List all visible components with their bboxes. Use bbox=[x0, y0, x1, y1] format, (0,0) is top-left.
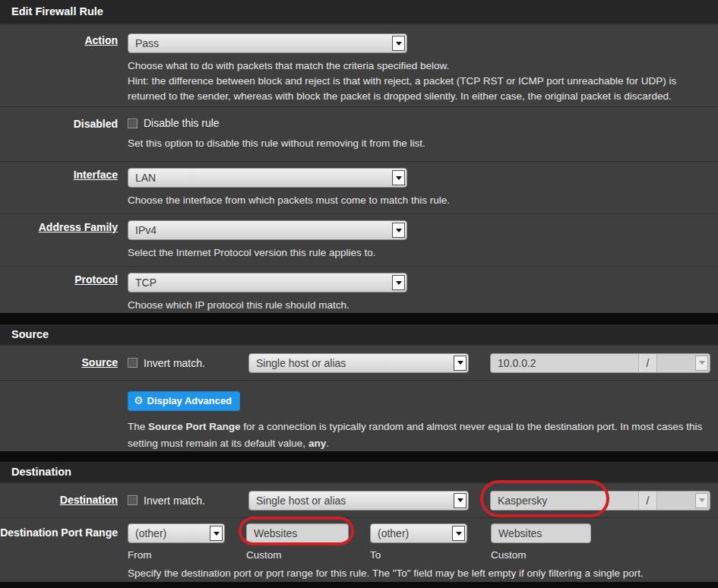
port-to-custom-input[interactable] bbox=[491, 523, 591, 543]
edit-firewall-rule-page: Edit Firewall Rule Action Pass Choose wh… bbox=[0, 0, 718, 588]
dropdown-arrow-icon[interactable] bbox=[392, 223, 405, 238]
source-label[interactable]: Source bbox=[82, 356, 118, 368]
dropdown-arrow-icon[interactable] bbox=[452, 526, 465, 541]
port-to-select[interactable]: (other) bbox=[370, 523, 467, 543]
disable-rule-checkbox[interactable] bbox=[128, 119, 138, 128]
destination-address-input[interactable] bbox=[491, 492, 638, 510]
destination-port-range-row: Destination Port Range (other) From Cust… bbox=[0, 517, 718, 582]
disabled-row: Disabled Disable this rule Set this opti… bbox=[0, 106, 718, 161]
destination-label[interactable]: Destination bbox=[60, 494, 118, 506]
destination-invert-checkbox[interactable] bbox=[128, 495, 138, 505]
source-row: Source Invert match. Single host or alia… bbox=[0, 345, 718, 380]
dropdown-arrow-icon[interactable] bbox=[454, 356, 467, 371]
dropdown-arrow-icon[interactable] bbox=[454, 493, 467, 508]
port-from-sublabel: From bbox=[128, 549, 225, 561]
address-family-label[interactable]: Address Family bbox=[39, 221, 118, 233]
destination-port-range-label: Destination Port Range bbox=[0, 526, 118, 539]
protocol-select[interactable]: TCP bbox=[128, 273, 407, 292]
source-type-select[interactable]: Single host or alias bbox=[248, 353, 469, 373]
port-from-custom-input[interactable] bbox=[246, 523, 349, 543]
source-advanced-row: ⚙ Display Advanced The Source Port Range… bbox=[0, 380, 718, 451]
destination-type-select[interactable]: Single host or alias bbox=[248, 491, 469, 511]
port-to-custom-sublabel: Custom bbox=[491, 549, 591, 561]
source-invert-checkbox[interactable] bbox=[128, 358, 138, 368]
dropdown-arrow-icon[interactable] bbox=[392, 36, 405, 51]
dropdown-arrow-icon[interactable] bbox=[392, 275, 405, 290]
destination-address-group: / bbox=[490, 491, 710, 511]
destination-port-help: Specify the destination port or port ran… bbox=[128, 567, 710, 579]
disable-rule-checkbox-label[interactable]: Disable this rule bbox=[144, 117, 220, 129]
mask-separator: / bbox=[638, 354, 657, 372]
dropdown-arrow-icon[interactable] bbox=[210, 526, 223, 541]
source-panel-title: Source bbox=[0, 324, 718, 345]
display-advanced-button[interactable]: ⚙ Display Advanced bbox=[128, 391, 240, 411]
destination-panel-title: Destination bbox=[0, 462, 718, 482]
action-help-line2: Hint: the difference between block and r… bbox=[128, 74, 710, 104]
source-address-group: / bbox=[490, 353, 710, 373]
action-help-line1: Choose what to do with packets that matc… bbox=[128, 58, 710, 74]
address-family-row: Address Family IPv4 Select the Internet … bbox=[0, 213, 718, 266]
interface-label[interactable]: Interface bbox=[74, 169, 118, 181]
source-mask-select[interactable] bbox=[657, 354, 710, 372]
mask-separator: / bbox=[638, 492, 657, 510]
destination-invert-label[interactable]: Invert match. bbox=[144, 495, 205, 507]
port-to-sublabel: To bbox=[370, 549, 467, 561]
source-port-range-help: The Source Port Range for a connection i… bbox=[128, 419, 710, 452]
dropdown-arrow-icon bbox=[695, 493, 708, 508]
action-row: Action Pass Choose what to do with packe… bbox=[0, 24, 718, 106]
interface-select[interactable]: LAN bbox=[128, 168, 407, 188]
port-from-select[interactable]: (other) bbox=[128, 523, 225, 543]
protocol-help: Choose which IP protocol this rule shoul… bbox=[128, 298, 710, 313]
address-family-help: Select the Internet Protocol version thi… bbox=[128, 245, 710, 261]
action-select[interactable]: Pass bbox=[128, 33, 407, 53]
source-panel: Source Source Invert match. Single host … bbox=[0, 324, 718, 451]
gear-icon: ⚙ bbox=[134, 396, 144, 406]
dropdown-arrow-icon bbox=[695, 356, 708, 371]
disabled-help: Set this option to disable this rule wit… bbox=[128, 136, 710, 151]
source-invert-label[interactable]: Invert match. bbox=[144, 357, 205, 369]
destination-row: Destination Invert match. Single host or… bbox=[0, 482, 718, 517]
port-from-custom-sublabel: Custom bbox=[246, 549, 349, 561]
address-family-select[interactable]: IPv4 bbox=[128, 220, 407, 240]
panel-title: Edit Firewall Rule bbox=[0, 0, 718, 24]
edit-firewall-rule-panel: Edit Firewall Rule Action Pass Choose wh… bbox=[0, 0, 718, 313]
destination-mask-select[interactable] bbox=[657, 492, 710, 510]
destination-panel: Destination Destination Invert match. Si… bbox=[0, 462, 718, 582]
interface-help: Choose the interface from which packets … bbox=[128, 193, 710, 208]
disabled-label: Disabled bbox=[74, 118, 118, 130]
dropdown-arrow-icon[interactable] bbox=[392, 170, 405, 185]
interface-row: Interface LAN Choose the interface from … bbox=[0, 161, 718, 213]
protocol-label[interactable]: Protocol bbox=[74, 273, 118, 286]
source-address-input[interactable] bbox=[491, 354, 638, 372]
action-label[interactable]: Action bbox=[84, 34, 118, 46]
protocol-row: Protocol TCP Choose which IP protocol th… bbox=[0, 266, 718, 313]
